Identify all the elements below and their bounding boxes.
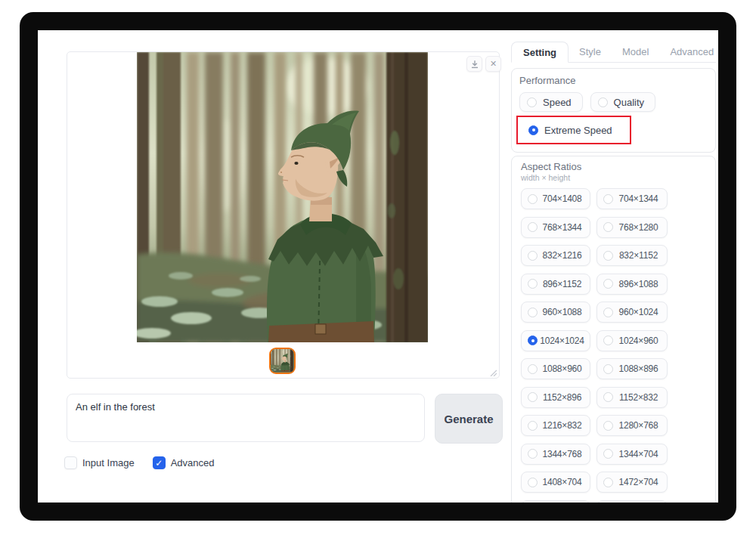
radio-icon (603, 279, 613, 289)
radio-icon (603, 336, 613, 345)
performance-option-extreme-speed[interactable]: Extreme Speed (522, 120, 623, 140)
input-image-label: Input Image (82, 457, 135, 469)
options-row: Input Image ✓ Advanced (64, 456, 214, 469)
thumbnail-selected[interactable] (269, 348, 296, 374)
aspect-ratio-label: 1280×768 (613, 420, 667, 431)
performance-option-speed[interactable]: Speed (519, 92, 583, 112)
radio-icon (603, 364, 613, 374)
aspect-ratio-option[interactable]: 1152×896 (521, 387, 590, 408)
aspect-ratio-label: 896×1152 (538, 279, 590, 289)
aspect-ratio-label: 832×1216 (538, 250, 590, 261)
extreme-speed-highlight-box: Extreme Speed (516, 116, 631, 144)
tab-style[interactable]: Style (569, 41, 612, 62)
aspect-ratios-subtitle: width × height (521, 173, 706, 182)
radio-icon (528, 222, 538, 232)
app-content: ✕ An elf in the forest Generate Input Im… (38, 30, 718, 503)
aspect-ratios-title: Aspect Ratios (521, 161, 706, 172)
radio-icon (528, 279, 538, 289)
tab-setting[interactable]: Setting (511, 42, 569, 63)
radio-icon (528, 421, 538, 431)
aspect-ratio-option[interactable]: 1024×960 (596, 330, 668, 351)
aspect-ratio-label: 960×1088 (538, 307, 590, 317)
advanced-label: Advanced (171, 457, 215, 469)
radio-icon (603, 392, 613, 402)
aspect-ratio-label: 896×1088 (613, 279, 667, 289)
radio-icon (603, 449, 613, 459)
radio-icon (603, 478, 613, 487)
settings-panel: Setting Style Model Advanced Performance… (511, 41, 716, 503)
aspect-ratio-label: 1024×960 (613, 336, 667, 346)
performance-title: Performance (519, 75, 708, 86)
aspect-ratio-label: 1024×1024 (538, 336, 590, 346)
aspect-ratio-label: 1472×704 (613, 477, 667, 487)
aspect-ratio-label: 768×1280 (613, 222, 667, 233)
aspect-ratio-grid: 704×1408 704×1344 768×1344 768×1280 832×… (521, 188, 706, 503)
aspect-ratio-option[interactable]: 1344×704 (596, 444, 668, 465)
aspect-ratio-label: 1344×768 (538, 449, 590, 459)
aspect-ratio-label: 1216×832 (538, 420, 590, 431)
aspect-ratio-option[interactable]: 896×1088 (596, 274, 668, 295)
aspect-ratio-option[interactable]: 704×1408 (521, 188, 590, 209)
aspect-ratio-label: 1344×704 (613, 449, 667, 459)
download-button[interactable] (466, 56, 482, 72)
aspect-ratio-label: 1408×704 (538, 477, 590, 487)
aspect-ratio-option[interactable]: 1152×832 (596, 387, 668, 408)
screenshot-stage: ✕ An elf in the forest Generate Input Im… (0, 0, 756, 535)
aspect-ratio-label: 832×1152 (613, 250, 667, 261)
radio-icon (603, 194, 613, 204)
performance-options: Speed Quality (519, 92, 708, 112)
radio-icon (528, 478, 538, 487)
aspect-ratio-option[interactable]: 832×1216 (521, 245, 590, 266)
aspect-ratio-option-partial[interactable] (521, 500, 590, 503)
aspect-ratio-option[interactable]: 960×1088 (521, 302, 590, 323)
aspect-ratio-option[interactable]: 768×1344 (521, 217, 590, 238)
thumbnail-image (271, 349, 293, 372)
tab-model[interactable]: Model (612, 41, 659, 62)
aspect-ratio-option[interactable]: 1088×896 (596, 358, 668, 379)
aspect-ratio-option-partial[interactable] (596, 500, 668, 503)
aspect-ratio-label: 960×1024 (613, 307, 667, 317)
aspect-ratio-label: 1152×896 (538, 392, 590, 403)
image-gallery: ✕ (67, 51, 500, 379)
aspect-ratio-option[interactable]: 768×1280 (596, 217, 668, 238)
radio-icon (603, 421, 613, 431)
aspect-ratio-label: 1152×832 (613, 392, 667, 403)
radio-icon (528, 251, 538, 261)
aspect-ratio-option[interactable]: 1216×832 (521, 415, 590, 436)
radio-icon (528, 194, 538, 204)
radio-icon (603, 222, 613, 232)
download-icon (470, 60, 479, 69)
close-button[interactable]: ✕ (485, 56, 501, 72)
resize-handle-icon[interactable] (489, 369, 497, 376)
aspect-ratio-option-selected[interactable]: 1024×1024 (521, 330, 590, 351)
radio-icon (598, 97, 608, 107)
radio-icon (527, 97, 537, 107)
aspect-ratio-option[interactable]: 1344×768 (521, 444, 590, 465)
aspect-ratio-option[interactable]: 1408×704 (521, 472, 590, 493)
aspect-ratio-option[interactable]: 896×1152 (521, 274, 590, 295)
tab-advanced[interactable]: Advanced (659, 41, 718, 62)
input-image-checkbox[interactable] (64, 456, 77, 469)
aspect-ratio-label: 768×1344 (538, 222, 590, 233)
tab-bar: Setting Style Model Advanced (511, 41, 716, 63)
aspect-ratio-option[interactable]: 960×1024 (596, 302, 668, 323)
check-icon: ✓ (155, 458, 163, 469)
radio-icon (528, 364, 538, 374)
prompt-input[interactable]: An elf in the forest (67, 394, 425, 442)
aspect-ratio-option[interactable]: 832×1152 (596, 245, 668, 266)
radio-icon (528, 308, 538, 317)
performance-option-quality[interactable]: Quality (590, 92, 655, 112)
aspect-ratio-option[interactable]: 704×1344 (596, 188, 668, 209)
aspect-ratio-option[interactable]: 1472×704 (596, 472, 668, 493)
generate-button[interactable]: Generate (435, 394, 503, 444)
generated-image[interactable] (137, 52, 428, 342)
performance-label: Speed (543, 97, 572, 108)
advanced-checkbox[interactable]: ✓ (153, 456, 166, 469)
aspect-ratio-option[interactable]: 1280×768 (596, 415, 668, 436)
radio-icon-selected (528, 125, 538, 135)
aspect-ratio-label: 1088×960 (538, 363, 590, 374)
aspect-ratio-option[interactable]: 1088×960 (521, 358, 590, 379)
performance-group: Performance Speed Quality (511, 68, 716, 153)
radio-icon (528, 392, 538, 402)
radio-icon-selected (528, 336, 538, 345)
